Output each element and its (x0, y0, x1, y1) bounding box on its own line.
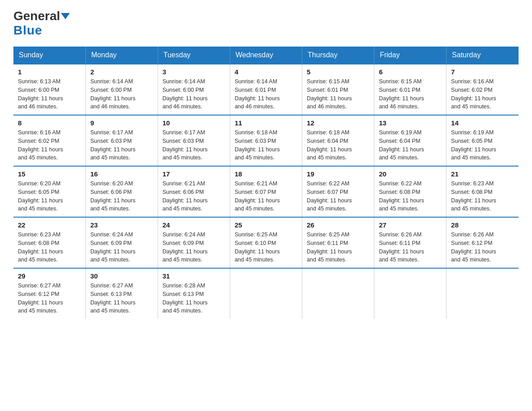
day-info: Sunrise: 6:27 AM Sunset: 6:12 PM Dayligh… (18, 282, 81, 315)
header-monday: Monday (86, 47, 158, 64)
day-number: 18 (235, 170, 297, 178)
day-info: Sunrise: 6:27 AM Sunset: 6:13 PM Dayligh… (90, 282, 153, 315)
logo-triangle-icon (61, 13, 70, 19)
calendar-cell: 16 Sunrise: 6:20 AM Sunset: 6:06 PM Dayl… (86, 166, 158, 217)
header-tuesday: Tuesday (158, 47, 230, 64)
calendar-cell (302, 268, 374, 319)
calendar-cell: 5 Sunrise: 6:15 AM Sunset: 6:01 PM Dayli… (302, 64, 374, 115)
day-info: Sunrise: 6:26 AM Sunset: 6:11 PM Dayligh… (379, 231, 442, 264)
calendar-cell: 29 Sunrise: 6:27 AM Sunset: 6:12 PM Dayl… (13, 268, 86, 319)
day-info: Sunrise: 6:16 AM Sunset: 6:02 PM Dayligh… (451, 77, 514, 111)
calendar-week-4: 22 Sunrise: 6:23 AM Sunset: 6:08 PM Dayl… (13, 217, 519, 268)
day-number: 10 (163, 119, 225, 127)
calendar-cell: 22 Sunrise: 6:23 AM Sunset: 6:08 PM Dayl… (13, 217, 86, 268)
calendar-cell: 24 Sunrise: 6:24 AM Sunset: 6:09 PM Dayl… (158, 217, 230, 268)
day-number: 25 (235, 221, 297, 229)
calendar-cell: 15 Sunrise: 6:20 AM Sunset: 6:05 PM Dayl… (13, 166, 86, 217)
day-info: Sunrise: 6:15 AM Sunset: 6:01 PM Dayligh… (307, 77, 369, 111)
calendar-cell: 4 Sunrise: 6:14 AM Sunset: 6:01 PM Dayli… (230, 64, 302, 115)
day-number: 22 (18, 221, 81, 229)
header-thursday: Thursday (302, 47, 374, 64)
day-info: Sunrise: 6:18 AM Sunset: 6:04 PM Dayligh… (307, 128, 369, 162)
day-info: Sunrise: 6:21 AM Sunset: 6:07 PM Dayligh… (235, 180, 297, 213)
day-info: Sunrise: 6:14 AM Sunset: 6:01 PM Dayligh… (235, 77, 297, 111)
day-number: 17 (163, 170, 225, 178)
calendar-cell: 21 Sunrise: 6:23 AM Sunset: 6:08 PM Dayl… (446, 166, 519, 217)
calendar-cell: 1 Sunrise: 6:13 AM Sunset: 6:00 PM Dayli… (13, 64, 86, 115)
calendar-cell: 2 Sunrise: 6:14 AM Sunset: 6:00 PM Dayli… (86, 64, 158, 115)
day-info: Sunrise: 6:16 AM Sunset: 6:02 PM Dayligh… (18, 128, 81, 162)
day-number: 26 (307, 221, 369, 229)
calendar-week-1: 1 Sunrise: 6:13 AM Sunset: 6:00 PM Dayli… (13, 64, 519, 115)
day-number: 20 (379, 170, 442, 178)
day-info: Sunrise: 6:28 AM Sunset: 6:13 PM Dayligh… (163, 282, 225, 315)
day-number: 24 (163, 221, 225, 229)
calendar-cell: 19 Sunrise: 6:22 AM Sunset: 6:07 PM Dayl… (302, 166, 374, 217)
day-number: 31 (163, 272, 225, 280)
day-number: 28 (451, 221, 514, 229)
day-number: 15 (18, 170, 81, 178)
day-number: 6 (379, 68, 442, 76)
day-number: 11 (235, 119, 297, 127)
logo-text: General (13, 9, 71, 23)
calendar-cell: 18 Sunrise: 6:21 AM Sunset: 6:07 PM Dayl… (230, 166, 302, 217)
day-number: 5 (307, 68, 369, 76)
day-info: Sunrise: 6:22 AM Sunset: 6:07 PM Dayligh… (307, 180, 369, 213)
page-header: General Blue (13, 9, 519, 38)
calendar-cell: 11 Sunrise: 6:18 AM Sunset: 6:03 PM Dayl… (230, 115, 302, 166)
calendar-week-2: 8 Sunrise: 6:16 AM Sunset: 6:02 PM Dayli… (13, 115, 519, 166)
day-number: 21 (451, 170, 514, 178)
day-number: 14 (451, 119, 514, 127)
calendar-cell: 26 Sunrise: 6:25 AM Sunset: 6:11 PM Dayl… (302, 217, 374, 268)
day-info: Sunrise: 6:20 AM Sunset: 6:05 PM Dayligh… (18, 180, 81, 213)
calendar-cell: 3 Sunrise: 6:14 AM Sunset: 6:00 PM Dayli… (158, 64, 230, 115)
header-saturday: Saturday (446, 47, 519, 64)
day-info: Sunrise: 6:25 AM Sunset: 6:10 PM Dayligh… (235, 231, 297, 264)
day-number: 7 (451, 68, 514, 76)
calendar-cell: 9 Sunrise: 6:17 AM Sunset: 6:03 PM Dayli… (86, 115, 158, 166)
day-number: 19 (307, 170, 369, 178)
calendar-cell: 6 Sunrise: 6:15 AM Sunset: 6:01 PM Dayli… (374, 64, 446, 115)
day-info: Sunrise: 6:14 AM Sunset: 6:00 PM Dayligh… (163, 77, 225, 111)
day-number: 16 (90, 170, 153, 178)
calendar-cell: 27 Sunrise: 6:26 AM Sunset: 6:11 PM Dayl… (374, 217, 446, 268)
day-info: Sunrise: 6:18 AM Sunset: 6:03 PM Dayligh… (235, 128, 297, 162)
calendar-cell: 12 Sunrise: 6:18 AM Sunset: 6:04 PM Dayl… (302, 115, 374, 166)
day-number: 8 (18, 119, 81, 127)
calendar-cell: 17 Sunrise: 6:21 AM Sunset: 6:06 PM Dayl… (158, 166, 230, 217)
day-info: Sunrise: 6:19 AM Sunset: 6:05 PM Dayligh… (451, 128, 514, 162)
header-friday: Friday (374, 47, 446, 64)
day-number: 27 (379, 221, 442, 229)
calendar-cell: 23 Sunrise: 6:24 AM Sunset: 6:09 PM Dayl… (86, 217, 158, 268)
logo-blue: Blue (13, 23, 43, 38)
calendar-cell (230, 268, 302, 319)
day-info: Sunrise: 6:17 AM Sunset: 6:03 PM Dayligh… (163, 128, 225, 162)
day-number: 4 (235, 68, 297, 76)
day-info: Sunrise: 6:23 AM Sunset: 6:08 PM Dayligh… (451, 180, 514, 213)
calendar-cell: 30 Sunrise: 6:27 AM Sunset: 6:13 PM Dayl… (86, 268, 158, 319)
day-info: Sunrise: 6:26 AM Sunset: 6:12 PM Dayligh… (451, 231, 514, 264)
calendar-cell (446, 268, 519, 319)
day-number: 2 (90, 68, 153, 76)
day-info: Sunrise: 6:15 AM Sunset: 6:01 PM Dayligh… (379, 77, 442, 111)
day-number: 3 (163, 68, 225, 76)
day-number: 29 (18, 272, 81, 280)
calendar-cell (374, 268, 446, 319)
day-info: Sunrise: 6:17 AM Sunset: 6:03 PM Dayligh… (90, 128, 153, 162)
day-number: 13 (379, 119, 442, 127)
header-sunday: Sunday (13, 47, 86, 64)
calendar-cell: 20 Sunrise: 6:22 AM Sunset: 6:08 PM Dayl… (374, 166, 446, 217)
day-info: Sunrise: 6:24 AM Sunset: 6:09 PM Dayligh… (90, 231, 153, 264)
day-number: 9 (90, 119, 153, 127)
day-number: 1 (18, 68, 81, 76)
calendar-cell: 14 Sunrise: 6:19 AM Sunset: 6:05 PM Dayl… (446, 115, 519, 166)
day-info: Sunrise: 6:19 AM Sunset: 6:04 PM Dayligh… (379, 128, 442, 162)
day-info: Sunrise: 6:13 AM Sunset: 6:00 PM Dayligh… (18, 77, 81, 111)
calendar-cell: 13 Sunrise: 6:19 AM Sunset: 6:04 PM Dayl… (374, 115, 446, 166)
day-info: Sunrise: 6:14 AM Sunset: 6:00 PM Dayligh… (90, 77, 153, 111)
calendar-week-5: 29 Sunrise: 6:27 AM Sunset: 6:12 PM Dayl… (13, 268, 519, 319)
logo: General Blue (13, 9, 71, 38)
day-info: Sunrise: 6:25 AM Sunset: 6:11 PM Dayligh… (307, 231, 369, 264)
calendar-cell: 7 Sunrise: 6:16 AM Sunset: 6:02 PM Dayli… (446, 64, 519, 115)
calendar-header-row: SundayMondayTuesdayWednesdayThursdayFrid… (13, 47, 519, 64)
